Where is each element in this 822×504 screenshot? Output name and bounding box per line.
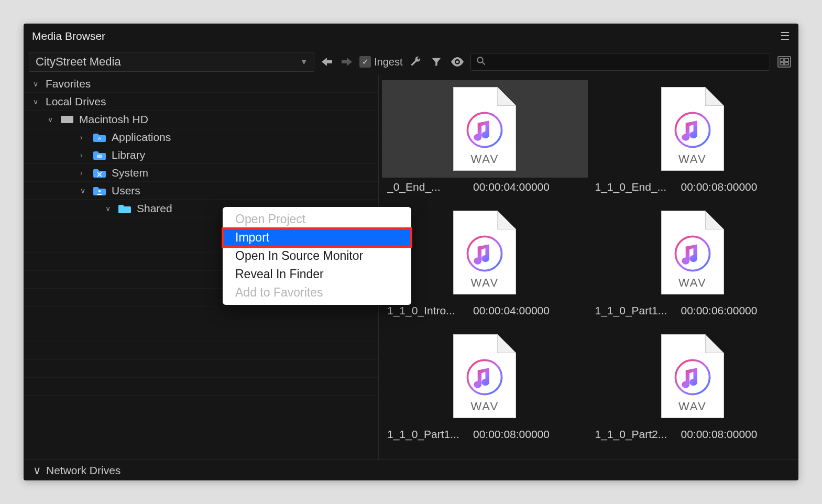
search-input[interactable]: [489, 57, 764, 68]
svg-point-1: [478, 57, 484, 63]
chevron-down-icon: ∨: [80, 187, 87, 195]
nav-back-button[interactable]: [320, 54, 334, 69]
context-menu-item[interactable]: Reveal In Finder: [223, 265, 411, 283]
svg-rect-7: [785, 62, 788, 65]
file-name: 1_1_0_Part2...: [595, 428, 674, 441]
tree-item-macintosh-hd[interactable]: ∨ Macintosh HD: [24, 111, 378, 128]
file-name: 1_1_0_Part1...: [387, 428, 466, 441]
svg-point-16: [675, 236, 709, 270]
svg-rect-9: [62, 120, 64, 121]
svg-rect-5: [785, 59, 788, 61]
file-meta: _0_End_...00:00:04:00000: [382, 178, 588, 198]
checkbox-icon: ✓: [359, 56, 371, 68]
file-item[interactable]: WAV _0_End_...00:00:04:00000: [382, 76, 588, 198]
file-meta: 1_1_0_Part2...00:00:08:00000: [590, 425, 796, 445]
filter-icon[interactable]: [429, 56, 444, 68]
eye-icon[interactable]: [450, 57, 465, 67]
tree-label: System: [112, 167, 148, 179]
project-dropdown-label: CityStreet Media: [36, 55, 121, 69]
file-thumbnail: WAV: [590, 80, 796, 178]
file-name: 1_1_0_End_...: [595, 181, 674, 193]
folder-icon: [93, 167, 106, 179]
file-item[interactable]: WAV 1_1_0_Part1...00:00:06:00000: [590, 200, 796, 321]
file-thumbnail: WAV: [590, 327, 796, 425]
svg-rect-6: [780, 62, 784, 65]
svg-rect-11: [97, 155, 102, 158]
svg-rect-4: [780, 59, 784, 61]
svg-point-13: [468, 113, 502, 147]
file-duration: 00:00:08:00000: [473, 428, 550, 441]
tree-item-library[interactable]: › Library: [24, 146, 378, 164]
hdd-icon: [60, 114, 74, 125]
file-meta: 1_1_0_Part1...00:00:08:00000: [382, 425, 588, 445]
tree-item-system[interactable]: › System: [24, 164, 378, 182]
file-meta: 1_1_0_End_...00:00:08:00000: [590, 178, 796, 198]
tree-label: Network Drives: [46, 464, 120, 477]
context-menu-item[interactable]: Import: [223, 228, 411, 247]
chevron-down-icon: ∨: [33, 464, 41, 477]
file-thumbnail: WAV: [382, 327, 588, 425]
toolbar: CityStreet Media ▼ ✓ Ingest: [24, 49, 798, 75]
context-menu-item[interactable]: Open In Source Monitor: [223, 247, 411, 265]
file-item[interactable]: WAV 1_1_0_Intro...00:00:04:00000: [382, 200, 588, 321]
chevron-right-icon: ›: [80, 151, 87, 159]
file-meta: 1_1_0_Intro...00:00:04:00000: [382, 301, 588, 321]
chevron-right-icon: ›: [80, 169, 87, 177]
file-name: 1_1_0_Part1...: [595, 304, 674, 317]
media-browser-panel: Media Browser ☰ CityStreet Media ▼ ✓ Ing…: [24, 24, 798, 480]
tree-label: Shared: [137, 202, 172, 215]
panel-menu-icon[interactable]: ☰: [780, 30, 790, 42]
tree-label: Local Drives: [46, 95, 106, 108]
tree-local-drives[interactable]: ∨ Local Drives: [24, 93, 378, 111]
ingest-toggle[interactable]: ✓ Ingest: [359, 56, 402, 68]
panel-title: Media Browser: [32, 30, 105, 42]
tree-favorites[interactable]: ∨ Favorites: [24, 75, 378, 93]
search-box[interactable]: [470, 53, 770, 71]
svg-point-12: [98, 190, 101, 192]
svg-text:A: A: [98, 136, 101, 141]
thumbnail-view-icon[interactable]: [775, 56, 793, 68]
chevron-down-icon: ∨: [33, 80, 40, 88]
tree-network-drives[interactable]: ∨ Network Drives: [24, 459, 798, 480]
svg-point-0: [456, 61, 459, 63]
tree-label: Macintosh HD: [79, 113, 148, 126]
chevron-down-icon: ∨: [48, 115, 55, 124]
tree-empty-row: [24, 342, 378, 360]
search-icon: [476, 56, 486, 68]
tree-empty-row: [24, 360, 378, 378]
tree-empty-row: [24, 324, 378, 342]
wrench-icon[interactable]: [408, 56, 423, 68]
tree-label: Library: [112, 149, 145, 161]
folder-icon: A: [93, 132, 106, 143]
file-item[interactable]: WAV 1_1_0_End_...00:00:08:00000: [590, 76, 796, 198]
file-duration: 00:00:04:00000: [473, 181, 550, 193]
svg-point-15: [468, 236, 502, 270]
folder-icon: [93, 149, 106, 161]
context-menu-item: Open Project: [223, 210, 411, 228]
file-thumbnail: WAV: [382, 204, 588, 301]
svg-point-18: [675, 360, 709, 394]
panel-titlebar: Media Browser ☰: [24, 24, 798, 49]
folder-icon: [118, 203, 131, 214]
context-menu-item: Add to Favorites: [223, 283, 411, 302]
file-thumbnail: WAV: [590, 204, 796, 301]
file-item[interactable]: WAV 1_1_0_Part2...00:00:08:00000: [590, 323, 796, 445]
ingest-label: Ingest: [374, 56, 402, 68]
tree-item-applications[interactable]: › A Applications: [24, 128, 378, 146]
context-menu: Open ProjectImportOpen In Source Monitor…: [223, 207, 411, 305]
chevron-down-icon: ▼: [300, 58, 308, 66]
file-duration: 00:00:06:00000: [681, 304, 758, 317]
svg-point-14: [675, 113, 709, 147]
tree-label: Favorites: [46, 78, 91, 90]
nav-forward-button[interactable]: [339, 54, 354, 69]
tree-empty-row: [24, 306, 378, 324]
tree-item-users[interactable]: ∨ Users: [24, 182, 378, 200]
tree-empty-row: [24, 378, 378, 396]
chevron-right-icon: ›: [80, 133, 87, 141]
chevron-down-icon: ∨: [33, 97, 40, 106]
file-duration: 00:00:08:00000: [681, 428, 758, 441]
file-name: 1_1_0_Intro...: [387, 304, 466, 317]
file-item[interactable]: WAV 1_1_0_Part1...00:00:08:00000: [382, 323, 588, 445]
project-dropdown[interactable]: CityStreet Media ▼: [29, 52, 314, 72]
file-duration: 00:00:04:00000: [473, 304, 550, 317]
